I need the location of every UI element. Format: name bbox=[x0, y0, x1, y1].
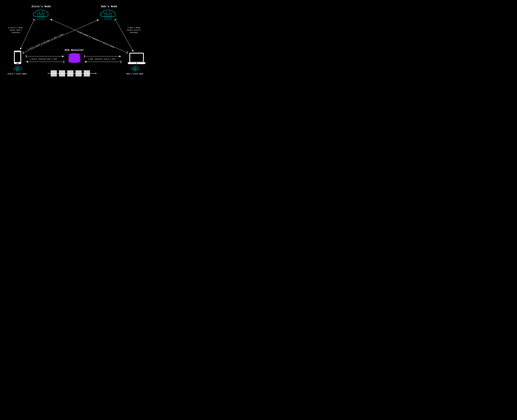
laptop-icon bbox=[128, 53, 145, 64]
step-4-label: 4.Bob resolves Alice's DID bbox=[88, 58, 115, 60]
svg-point-19 bbox=[111, 13, 112, 14]
svg-point-27 bbox=[134, 68, 134, 68]
did-resolver-title: DID Resolver bbox=[65, 49, 84, 52]
svg-marker-34 bbox=[95, 73, 97, 74]
network-diagram: Alice's Node Bob's Node DID Resolver bbox=[0, 0, 159, 85]
svg-point-31 bbox=[136, 68, 136, 68]
step-2-label: 2.Alice sends a message to Bob's Node bbox=[27, 33, 64, 51]
phone-icon bbox=[14, 51, 21, 64]
svg-point-9 bbox=[44, 13, 44, 14]
svg-point-15 bbox=[108, 14, 108, 15]
cloud-icon bbox=[32, 9, 49, 21]
alice-node-title: Alice's Node bbox=[31, 5, 51, 8]
svg-point-1 bbox=[37, 13, 38, 14]
svg-point-17 bbox=[109, 12, 110, 13]
bob-node-title: Bob's Node bbox=[101, 5, 117, 8]
svg-point-3 bbox=[39, 12, 40, 13]
database-icon bbox=[68, 53, 81, 65]
step-3-label: 3.Bob's Node relays Alice's message bbox=[124, 27, 144, 34]
step-6-label: 6.Alice's Node relays Bob's response bbox=[6, 27, 25, 34]
svg-point-11 bbox=[105, 13, 105, 14]
svg-line-37 bbox=[20, 20, 34, 50]
svg-line-40 bbox=[115, 20, 133, 52]
svg-point-25 bbox=[18, 68, 19, 68]
bob-local-node-label: Bob's Local Node bbox=[126, 73, 143, 75]
step-5-label: 5.Bob sends a response to Alice's Node bbox=[77, 31, 114, 48]
cloud-icon bbox=[99, 9, 116, 21]
svg-point-13 bbox=[106, 12, 107, 13]
blockchain-icon bbox=[50, 70, 91, 76]
step-1-label: 1.Alice resolves Bob's DID bbox=[30, 58, 57, 60]
alice-local-node-label: Alice's Local Node bbox=[8, 73, 27, 75]
svg-point-21 bbox=[16, 68, 17, 68]
svg-point-23 bbox=[17, 68, 18, 68]
svg-point-7 bbox=[42, 12, 43, 13]
cloud-icon bbox=[131, 66, 139, 72]
cloud-icon bbox=[14, 66, 22, 72]
svg-point-5 bbox=[40, 14, 41, 15]
svg-point-29 bbox=[135, 68, 135, 68]
